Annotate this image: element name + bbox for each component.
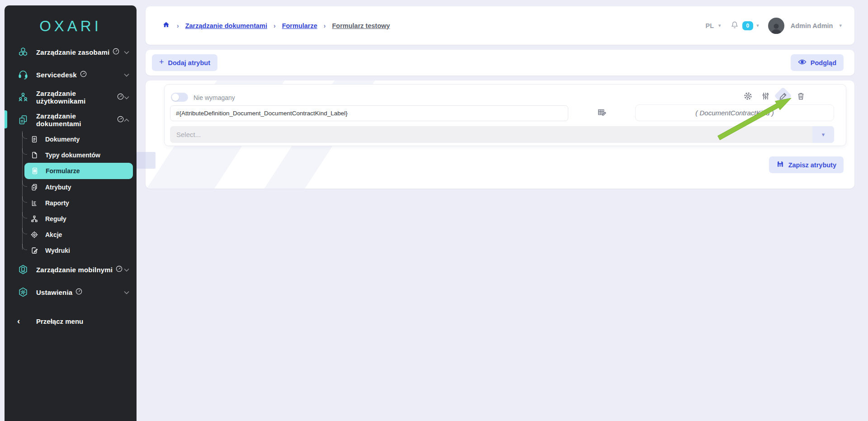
sidebar-item-zarzadzanie-uzytkownikami[interactable]: Zarządzanie użytkownikami bbox=[5, 86, 137, 109]
target-icon bbox=[30, 230, 39, 239]
select-caret-icon[interactable]: ▾ bbox=[812, 126, 834, 143]
sidebar-item-reguly[interactable]: Reguły bbox=[5, 211, 137, 227]
mobile-shield-icon bbox=[17, 264, 29, 275]
gauge-icon bbox=[117, 116, 124, 124]
sidebar-item-zarzadzanie-mobilnymi[interactable]: Zarządzanie mobilnymi bbox=[5, 258, 137, 281]
value-select[interactable]: Select... ▾ bbox=[170, 126, 834, 143]
chevron-down-icon: ▾ bbox=[756, 23, 759, 28]
sidebar-item-zarzadzanie-dokumentami[interactable]: Zarządzanie dokumentami bbox=[5, 109, 137, 131]
form-icon bbox=[30, 166, 39, 175]
sidebar: OXARI Zarządzanie zasobami Servicedesk bbox=[5, 5, 137, 421]
gauge-icon bbox=[117, 93, 124, 102]
sidebar-item-ustawienia[interactable]: Ustawienia bbox=[5, 281, 137, 303]
gauge-icon bbox=[80, 71, 87, 79]
adjustments-sliders-icon[interactable] bbox=[760, 90, 771, 101]
documents-icon bbox=[17, 114, 29, 126]
required-toggle[interactable] bbox=[171, 93, 188, 102]
chevron-down-icon bbox=[124, 288, 129, 296]
sidebar-item-label: Atrybuty bbox=[45, 184, 71, 191]
sidebar-item-label: Wydruki bbox=[45, 247, 70, 254]
user-menu[interactable]: Admin Admin bbox=[791, 22, 833, 29]
breadcrumb-current-page: Formularz testowy bbox=[332, 22, 390, 29]
chevron-down-icon bbox=[124, 93, 129, 101]
sidebar-item-label: Servicedesk bbox=[36, 71, 77, 79]
headset-icon bbox=[17, 69, 29, 80]
attribute-label-input[interactable] bbox=[170, 105, 568, 121]
chevron-left-icon: ‹ bbox=[17, 316, 29, 326]
chevron-down-icon[interactable]: ▾ bbox=[839, 23, 842, 28]
attribute-code-field: ( DocumentContractKind ) bbox=[635, 104, 834, 121]
attribute-actions bbox=[742, 90, 806, 101]
users-icon bbox=[17, 91, 29, 103]
breadcrumb-link-zarzadzanie-dokumentami[interactable]: Zarządzanie dokumentami bbox=[185, 22, 267, 29]
sidebar-item-label: Zarządzanie użytkownikami bbox=[36, 90, 114, 105]
top-bar: › Zarządzanie dokumentami › Formularze ›… bbox=[146, 6, 854, 45]
select-placeholder: Select... bbox=[170, 131, 201, 138]
chevron-up-icon bbox=[124, 116, 129, 124]
chevron-down-icon[interactable]: ▾ bbox=[718, 23, 721, 28]
sidebar-item-formularze[interactable]: Formularze bbox=[24, 163, 133, 179]
print-edit-icon bbox=[30, 246, 39, 255]
sidebar-item-wydruki[interactable]: Wydruki bbox=[5, 242, 137, 258]
settings-gear-icon[interactable] bbox=[742, 90, 753, 101]
sidebar-item-label: Reguły bbox=[45, 215, 66, 222]
header-controls: PL ▾ 0 ▾ Admin Admin ▾ bbox=[705, 18, 842, 34]
sidebar-item-label: Raporty bbox=[45, 199, 69, 207]
chevron-down-icon bbox=[124, 71, 129, 79]
home-icon[interactable] bbox=[162, 21, 170, 31]
sidebar-item-raporty[interactable]: Raporty bbox=[5, 195, 137, 211]
attribute-add-icon bbox=[30, 183, 39, 192]
sidebar-item-typy-dokumentow[interactable]: Typy dokumentów bbox=[5, 147, 137, 163]
breadcrumb: › Zarządzanie dokumentami › Formularze ›… bbox=[162, 21, 390, 31]
sidebar-item-label: Formularze bbox=[46, 167, 80, 175]
breadcrumb-separator: › bbox=[324, 22, 326, 29]
avatar[interactable] bbox=[768, 18, 784, 34]
report-icon bbox=[30, 199, 39, 208]
sidebar-item-dokumenty[interactable]: Dokumenty bbox=[5, 131, 137, 147]
decorative-square bbox=[137, 152, 156, 169]
breadcrumb-separator: › bbox=[274, 22, 276, 29]
delete-trash-icon[interactable] bbox=[795, 90, 806, 101]
notifications[interactable]: 0 ▾ bbox=[730, 20, 759, 31]
sidebar-item-label: Ustawienia bbox=[36, 289, 72, 296]
collapse-menu-button[interactable]: ‹ Przełącz menu bbox=[5, 310, 137, 332]
form-builder-panel: Nie wymagany bbox=[146, 80, 854, 189]
file-icon bbox=[30, 151, 39, 160]
sidebar-item-zarzadzanie-zasobami[interactable]: Zarządzanie zasobami bbox=[5, 41, 137, 63]
settings-hexagon-icon bbox=[17, 286, 29, 298]
documents-submenu: Dokumenty Typy dokumentów Formularze bbox=[5, 131, 137, 258]
app-logo: OXARI bbox=[5, 12, 137, 41]
rules-network-icon bbox=[30, 214, 39, 223]
sidebar-item-label: Dokumenty bbox=[45, 136, 80, 143]
table-edit-icon[interactable] bbox=[597, 108, 607, 119]
save-attributes-button[interactable]: Zapisz atrybuty bbox=[769, 156, 844, 173]
gauge-icon bbox=[75, 288, 82, 297]
sidebar-item-servicedesk[interactable]: Servicedesk bbox=[5, 63, 137, 86]
notification-count-badge: 0 bbox=[742, 21, 754, 30]
required-toggle-label: Nie wymagany bbox=[193, 94, 235, 101]
preview-button[interactable]: Podgląd bbox=[791, 54, 844, 71]
breadcrumb-separator: › bbox=[177, 22, 179, 29]
chevron-down-icon bbox=[124, 48, 129, 56]
plus-icon: + bbox=[159, 57, 164, 67]
add-attribute-button[interactable]: + Dodaj atrybut bbox=[152, 54, 217, 71]
eye-icon bbox=[798, 59, 807, 66]
save-floppy-icon bbox=[776, 160, 784, 170]
gauge-icon bbox=[113, 48, 119, 57]
attribute-card: Nie wymagany bbox=[164, 84, 846, 146]
sidebar-item-label: Zarządzanie dokumentami bbox=[36, 112, 114, 128]
language-selector[interactable]: PL bbox=[705, 22, 714, 29]
sidebar-item-label: Typy dokumentów bbox=[45, 151, 100, 159]
sidebar-item-label: Zarządzanie zasobami bbox=[36, 48, 109, 56]
sidebar-item-label: Zarządzanie mobilnymi bbox=[36, 266, 113, 274]
document-icon bbox=[30, 135, 39, 144]
sidebar-item-atrybuty[interactable]: Atrybuty bbox=[5, 179, 137, 195]
breadcrumb-link-formularze[interactable]: Formularze bbox=[282, 22, 317, 29]
edit-pencil-icon[interactable] bbox=[778, 90, 788, 101]
chevron-down-icon bbox=[124, 265, 129, 274]
actions-toolbar: + Dodaj atrybut Podgląd bbox=[146, 50, 854, 76]
gauge-icon bbox=[116, 265, 123, 274]
bell-icon bbox=[730, 20, 739, 31]
sidebar-item-akcje[interactable]: Akcje bbox=[5, 227, 137, 242]
sidebar-item-label: Akcje bbox=[45, 231, 62, 238]
